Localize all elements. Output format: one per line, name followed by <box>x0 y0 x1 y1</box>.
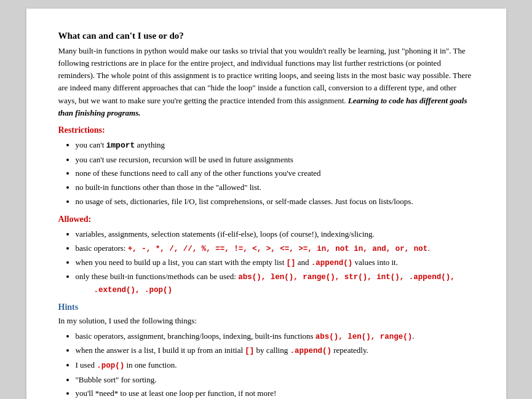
allowed-item-3: when you need to build up a list, you ca… <box>76 256 474 269</box>
allowed-item-2: basic operators: +, -, *, /, //, %, ==, … <box>76 242 474 255</box>
hints-title: Hints <box>58 302 474 312</box>
hint2-code-append: .append() <box>290 347 332 355</box>
restrictions-title: Restrictions: <box>58 125 474 135</box>
intro-paragraph: Many built-in functions in python would … <box>58 45 474 119</box>
page-title: What can and can't I use or do? <box>58 31 474 41</box>
hint2-code-list: [] <box>245 347 254 355</box>
restriction-item-3: none of these functions need to call any… <box>76 167 474 180</box>
operators-code: +, -, *, /, //, %, ==, !=, <, >, <=, >=,… <box>128 245 428 253</box>
restriction-item-2: you can't use recursion, recursion will … <box>76 154 474 167</box>
restriction-item-5: no usage of sets, dictionaries, file I/O… <box>76 196 474 208</box>
restriction-item-4: no built-in functions other than those i… <box>76 181 474 194</box>
append-code: .append() <box>311 259 353 267</box>
hints-intro: In my solution, I used the following thi… <box>58 315 474 327</box>
hint1-code: abs(), len(), range() <box>316 333 413 341</box>
hint3-code-pop: .pop() <box>97 361 124 370</box>
hint-item-4: "Bubble sort" for sorting. <box>76 373 474 386</box>
hint-item-5: you'll *need* to use at least one loop p… <box>76 387 474 399</box>
page-container: What can and can't I use or do? Many bui… <box>26 9 506 399</box>
builtins-code: abs(), len(), range(), str(), int(), .ap… <box>76 273 455 294</box>
allowed-item-1: variables, assignments, selection statem… <box>76 228 474 241</box>
import-keyword: import <box>106 141 135 150</box>
allowed-list: variables, assignments, selection statem… <box>76 228 474 296</box>
hints-list: basic operators, assignment, branching/l… <box>76 330 474 399</box>
hint-item-1: basic operators, assignment, branching/l… <box>76 330 474 344</box>
restrictions-list: you can't import anything you can't use … <box>76 139 474 208</box>
hint-item-2: when the answer is a list, I build it up… <box>76 344 474 358</box>
empty-list-code: [] <box>287 259 296 267</box>
allowed-item-4: only these built-in functions/methods ca… <box>76 271 474 296</box>
hint-item-3: I used .pop() in one function. <box>76 358 474 373</box>
restriction-item-1: you can't import anything <box>76 139 474 152</box>
allowed-title: Allowed: <box>58 215 474 224</box>
